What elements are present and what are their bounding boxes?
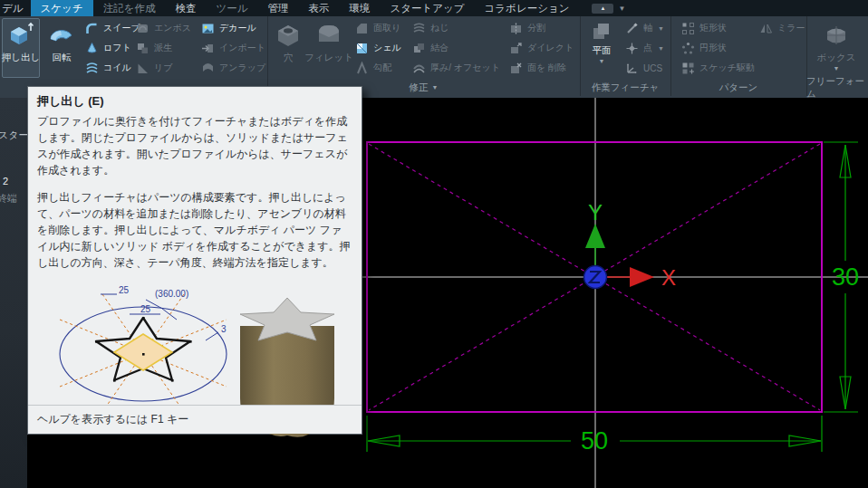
rectangular-pattern-icon bbox=[681, 22, 695, 35]
draft-button[interactable]: 勾配 bbox=[355, 58, 401, 78]
tooltip-title: 押し出し (E) bbox=[28, 87, 362, 113]
thicken-offset-button[interactable]: 厚み/ オフセット bbox=[412, 58, 500, 78]
unwrap-button[interactable]: アンラップ bbox=[201, 58, 265, 78]
sketch-dim-3: 3 bbox=[221, 324, 227, 334]
decal-button[interactable]: デカール bbox=[201, 18, 265, 38]
axis-caret-icon: ▼ bbox=[658, 25, 664, 32]
browser-item-sketch2[interactable]: 2 bbox=[3, 176, 8, 187]
shell-icon bbox=[355, 42, 369, 55]
loft-icon bbox=[85, 42, 99, 55]
mirror-icon bbox=[759, 22, 773, 35]
workfeatures-group-label[interactable]: 作業フィーチャ bbox=[580, 79, 670, 96]
split-button[interactable]: 分割 bbox=[509, 18, 574, 38]
sketch-dim-25a: 25 bbox=[119, 285, 130, 295]
freeform-box-caret-icon: ▼ bbox=[834, 65, 840, 72]
sketch-driven-pattern-icon bbox=[681, 62, 695, 75]
hole-button[interactable]: 穴 bbox=[272, 18, 304, 78]
combine-button[interactable]: 結合 bbox=[412, 38, 500, 58]
point-caret-icon: ▼ bbox=[658, 45, 664, 52]
ribbon-group-modify: 穴 フィレット 面取り シェル 勾配 bbox=[267, 16, 581, 96]
tab-collaborate[interactable]: コラボレーション bbox=[475, 0, 580, 16]
tab-tools[interactable]: ツール bbox=[206, 0, 257, 16]
circular-pattern-button[interactable]: 円形状 bbox=[681, 38, 755, 58]
plane-button[interactable]: 平面 ▼ bbox=[583, 18, 620, 78]
origin-triad[interactable]: Y X bbox=[584, 200, 677, 290]
tab-model[interactable]: デル bbox=[0, 0, 31, 16]
derive-icon bbox=[136, 42, 149, 55]
menu-bar: デル スケッチ 注記を作成 検査 ツール 管理 表示 環境 スタートアップ コラ… bbox=[0, 0, 868, 17]
fillet-button[interactable]: フィレット bbox=[307, 18, 351, 78]
axis-button[interactable]: 軸 ▼ bbox=[625, 18, 664, 38]
ribbon-options-caret-icon[interactable]: ▼ bbox=[618, 5, 625, 13]
sketch-driven-pattern-button[interactable]: スケッチ駆動 bbox=[681, 58, 755, 78]
tab-view[interactable]: 表示 bbox=[298, 0, 339, 16]
combine-icon bbox=[412, 42, 426, 55]
derive-button[interactable]: 派生 bbox=[136, 38, 191, 58]
direct-icon bbox=[509, 42, 523, 55]
chamfer-button[interactable]: 面取り bbox=[355, 18, 401, 38]
ribbon-group-pattern: 矩形状 円形状 スケッチ駆動 ミラー パターン bbox=[670, 16, 807, 96]
delete-face-icon bbox=[509, 62, 523, 75]
dimension-width-value[interactable]: 50 bbox=[581, 427, 608, 455]
point-icon bbox=[625, 42, 639, 55]
direct-button[interactable]: ダイレクト bbox=[509, 38, 574, 58]
tab-annotate[interactable]: 注記を作成 bbox=[93, 0, 166, 16]
revolve-button[interactable]: 回転 bbox=[42, 18, 82, 78]
pattern-group-label[interactable]: パターン bbox=[670, 79, 806, 96]
freeform-box-button[interactable]: ボックス ▼ bbox=[815, 18, 857, 78]
axis-icon bbox=[625, 22, 639, 35]
mirror-button[interactable]: ミラー bbox=[759, 18, 805, 38]
sketch-dim-360: (360.00) bbox=[155, 289, 188, 299]
emboss-button[interactable]: エンボス bbox=[136, 18, 191, 38]
tab-environments[interactable]: 環境 bbox=[339, 0, 380, 16]
loft-button[interactable]: ロフト bbox=[85, 38, 140, 58]
sketch-dim-25b: 25 bbox=[140, 304, 151, 314]
coil-icon bbox=[85, 62, 99, 75]
sweep-icon bbox=[85, 22, 99, 35]
extrude-button[interactable]: 押し出し bbox=[2, 18, 40, 78]
chamfer-icon bbox=[355, 22, 369, 35]
thread-icon bbox=[412, 22, 426, 35]
y-axis-label: Y bbox=[588, 200, 603, 225]
fillet-icon bbox=[315, 22, 342, 49]
tooltip-paragraph-2: 押し出しフィーチャはパーツの構成要素です。押し出しによって、パーツの材料を追加ま… bbox=[28, 189, 362, 271]
draft-icon bbox=[355, 62, 369, 75]
sweep-button[interactable]: スイープ bbox=[85, 18, 140, 38]
ucs-button[interactable]: UCS bbox=[625, 58, 664, 78]
model-browser-panel: スター 2 終端 bbox=[0, 98, 27, 488]
extrude-icon bbox=[7, 22, 34, 49]
y-axis-arrow-icon[interactable] bbox=[585, 224, 605, 248]
ribbon-group-create: 押し出し 回転 スイープ ロフト コイル bbox=[0, 16, 268, 96]
tooltip-paragraph-1: プロファイルに奥行きを付けてフィーチャまたはボディを作成します。閉じたプロファイ… bbox=[28, 113, 362, 178]
rib-button[interactable]: リブ bbox=[136, 58, 191, 78]
unwrap-icon bbox=[201, 62, 215, 75]
point-button[interactable]: 点 ▼ bbox=[625, 38, 664, 58]
emboss-icon bbox=[136, 22, 149, 35]
decal-icon bbox=[201, 22, 215, 35]
tab-manage[interactable]: 管理 bbox=[257, 0, 298, 16]
collapse-up-icon: ▲ bbox=[600, 5, 605, 11]
shell-button[interactable]: シェル bbox=[355, 38, 401, 58]
ribbon-group-freeform: ボックス ▼ フリーフォーム bbox=[806, 16, 868, 96]
tab-getstarted[interactable]: スタートアップ bbox=[380, 0, 474, 16]
delete-face-button[interactable]: 面を 削除 bbox=[509, 58, 574, 78]
x-axis-arrow-icon[interactable] bbox=[630, 267, 654, 287]
browser-item-eop[interactable]: 終端 bbox=[0, 192, 17, 206]
browser-item-master[interactable]: スター bbox=[0, 129, 27, 142]
ribbon-collapse-button[interactable]: ▲ bbox=[592, 4, 613, 14]
tab-inspect[interactable]: 検査 bbox=[165, 0, 206, 16]
freeform-group-label[interactable]: フリーフォーム bbox=[806, 79, 868, 96]
ribbon-group-workfeatures: 平面 ▼ 軸 ▼ 点 ▼ UCS 作業フィーチャ bbox=[580, 16, 671, 96]
tooltip-footer: ヘルプを表示するには F1 キー bbox=[28, 405, 362, 434]
rectangular-pattern-button[interactable]: 矩形状 bbox=[681, 18, 755, 38]
import-button[interactable]: インポート bbox=[201, 38, 265, 58]
tooltip-sketch-image: 25 (360.00) 25 3 bbox=[39, 282, 247, 417]
ucs-icon bbox=[625, 62, 639, 75]
thread-button[interactable]: ねじ bbox=[412, 18, 500, 38]
extrude-tooltip: 押し出し (E) プロファイルに奥行きを付けてフィーチャまたはボディを作成します… bbox=[27, 86, 362, 435]
tab-sketch[interactable]: スケッチ bbox=[31, 0, 93, 16]
dimension-height-value[interactable]: 30 bbox=[832, 263, 859, 291]
split-icon bbox=[509, 22, 523, 35]
coil-button[interactable]: コイル bbox=[85, 58, 140, 78]
freeform-box-icon bbox=[823, 22, 850, 49]
